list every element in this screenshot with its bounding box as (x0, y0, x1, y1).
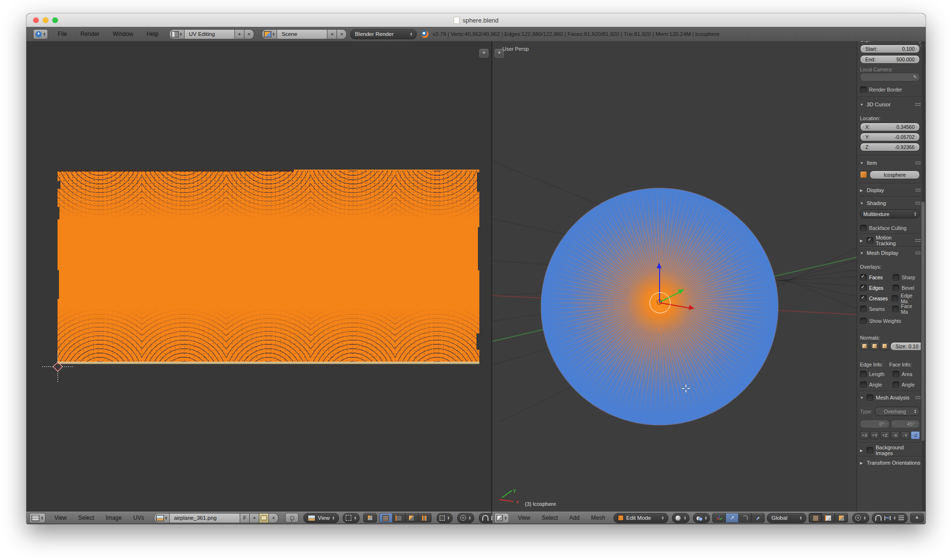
backface-culling-checkbox[interactable] (860, 225, 867, 231)
scene-browse-button[interactable]: ▲▼ (262, 29, 277, 39)
panel-header-item[interactable]: ▼ Item (860, 159, 921, 167)
image-browse-button[interactable]: ▲▼ (154, 513, 169, 523)
uv-expand-panel-button[interactable]: + (479, 49, 488, 57)
image-name-field[interactable]: airplane_361.png (169, 513, 240, 523)
manipulator-toggle-button[interactable] (712, 513, 726, 523)
uv-menu-uvs[interactable]: UVs (133, 514, 144, 521)
background-images-checkbox[interactable] (867, 447, 873, 454)
v3d-menu-select[interactable]: Select (542, 514, 557, 521)
render-border-checkbox-row[interactable]: Render Border (860, 85, 920, 93)
face-area-checkbox[interactable] (893, 371, 899, 377)
axis-button-px[interactable]: +X (860, 431, 869, 439)
edge-select-button[interactable] (822, 513, 835, 523)
item-name-field[interactable]: Icosphere (870, 171, 920, 179)
uv-sticky-select-mode[interactable]: ▲▼ (437, 513, 453, 523)
panel-header-3d-cursor[interactable]: ▼ 3D Cursor (860, 101, 921, 108)
axis-button-py[interactable]: +Y (870, 431, 879, 439)
analysis-type-select[interactable]: Overhang ▲▼ (875, 407, 920, 416)
face-angle-checkbox[interactable] (893, 381, 899, 388)
uv-map-image[interactable] (58, 170, 479, 364)
face-normals-toggle[interactable] (880, 342, 889, 350)
split-normals-toggle[interactable] (870, 342, 879, 350)
viewport-shading-select[interactable]: ▲▼ (672, 513, 689, 523)
panel-header-shading[interactable]: ▼ Shading (860, 199, 921, 207)
unlink-image-button[interactable]: × (269, 513, 279, 523)
add-screen-layout-button[interactable]: + (235, 29, 244, 39)
menu-render[interactable]: Render (81, 31, 99, 37)
uv-select-island-button[interactable] (418, 513, 431, 523)
manipulator-scale-button[interactable]: ⬈ (752, 513, 765, 523)
uv-select-face-button[interactable] (406, 513, 418, 523)
manipulator-rotate-button[interactable] (739, 513, 752, 523)
editor-type-3d-button[interactable]: ▲▼ (494, 513, 509, 523)
new-image-button[interactable]: + (250, 513, 259, 523)
scene-name[interactable]: Scene (277, 29, 327, 39)
vertex-normals-toggle[interactable] (860, 342, 869, 350)
uv-menu-view[interactable]: View (54, 514, 67, 521)
local-camera-field[interactable]: ✎ (860, 73, 920, 81)
axis-button-nz[interactable]: -Z (911, 431, 920, 439)
cursor-z-field[interactable]: ‹Z:-0.92366› (860, 143, 920, 151)
snap-group[interactable]: ▲▼ (872, 513, 907, 523)
shading-mode-select[interactable]: Multitexture ▲▼ (860, 209, 920, 218)
angle-min-field[interactable]: 0°› (860, 420, 890, 428)
editor-type-info-button[interactable]: ▲▼ (33, 29, 48, 39)
viewport-3d[interactable]: + User Persp y x (3) Icosphere (492, 41, 857, 512)
v3d-menu-mesh[interactable]: Mesh (591, 514, 605, 521)
pin-button[interactable] (285, 513, 299, 523)
panel-header-motion-tracking[interactable]: ▶ Motion Tracking (860, 237, 921, 244)
proportional-edit-select[interactable]: ▲▼ (852, 513, 869, 523)
creases-checkbox[interactable] (860, 295, 867, 302)
screen-layout-name[interactable]: UV Editing (184, 29, 235, 39)
pivot-point-select[interactable]: ▲▼ (693, 513, 710, 523)
add-scene-button[interactable]: + (327, 29, 337, 39)
panel-scrollbar-thumb[interactable] (921, 201, 925, 442)
mode-select[interactable]: Edit Mode ▲▼ (614, 513, 668, 523)
uv-editor-canvas[interactable]: + (26, 41, 491, 512)
bevel-checkbox[interactable] (893, 285, 899, 291)
uv-view-mode-select[interactable]: View ▲▼ (303, 513, 339, 523)
sharp-checkbox[interactable] (893, 274, 899, 281)
cursor-y-field[interactable]: ‹Y:-0.05702› (860, 133, 920, 141)
edges-checkbox[interactable] (860, 285, 867, 291)
panel-header-transform-orientations[interactable]: ▶ Transform Orientations (860, 459, 921, 467)
panel-header-display[interactable]: ▶ Display (860, 186, 921, 194)
clip-end-field[interactable]: ‹End:500.000› (860, 55, 920, 63)
uv-menu-select[interactable]: Select (78, 514, 94, 521)
open-image-button[interactable] (259, 513, 269, 523)
mesh-analysis-checkbox[interactable] (867, 394, 873, 401)
panel-grip-icon[interactable] (915, 161, 921, 165)
motion-tracking-checkbox[interactable] (867, 237, 873, 244)
screen-layout-browse-button[interactable]: ▲▼ (169, 29, 184, 39)
panel-header-mesh-display[interactable]: ▼ Mesh Display (860, 249, 921, 257)
show-weights-checkbox[interactable] (860, 318, 867, 324)
axis-button-ny[interactable]: -Y (901, 431, 910, 439)
menu-help[interactable]: Help (147, 31, 159, 37)
render-border-checkbox[interactable] (860, 86, 867, 93)
clip-start-field[interactable]: ‹Start:0.100› (860, 45, 920, 53)
angle-max-field[interactable]: ‹45°› (891, 420, 920, 428)
vertex-select-button[interactable] (809, 513, 822, 523)
delete-scene-button[interactable]: × (337, 29, 347, 39)
v3d-menu-add[interactable]: Add (569, 514, 580, 521)
axis-button-nx[interactable]: -X (891, 431, 900, 439)
transform-orientation-select[interactable]: Global ▲▼ (767, 513, 806, 523)
panel-header-mesh-analysis[interactable]: ▼ Mesh Analysis (860, 394, 921, 401)
render-engine-select[interactable]: Blender Render ▲▼ (350, 29, 417, 39)
fake-user-button[interactable]: F (240, 513, 250, 523)
v3d-menu-view[interactable]: View (518, 514, 530, 521)
uv-menu-image[interactable]: Image (106, 514, 122, 521)
edge-length-checkbox[interactable] (860, 371, 867, 377)
panel-grip-icon[interactable] (915, 103, 921, 106)
face-marks-checkbox[interactable] (892, 306, 899, 312)
backface-culling-row[interactable]: Backface Culling (860, 224, 920, 232)
uv-proportional-edit-select[interactable]: ▲▼ (457, 513, 474, 523)
uv-select-edge-button[interactable] (393, 513, 406, 523)
panel-header-background-images[interactable]: ▶ Background Images (860, 446, 921, 454)
face-select-button[interactable] (835, 513, 848, 523)
menu-file[interactable]: File (58, 31, 67, 37)
uv-sync-selection-button[interactable] (363, 513, 377, 523)
occlude-geometry-button[interactable] (910, 513, 924, 523)
editor-type-uv-button[interactable]: ▲▼ (29, 513, 46, 523)
edge-angle-checkbox[interactable] (860, 381, 867, 388)
